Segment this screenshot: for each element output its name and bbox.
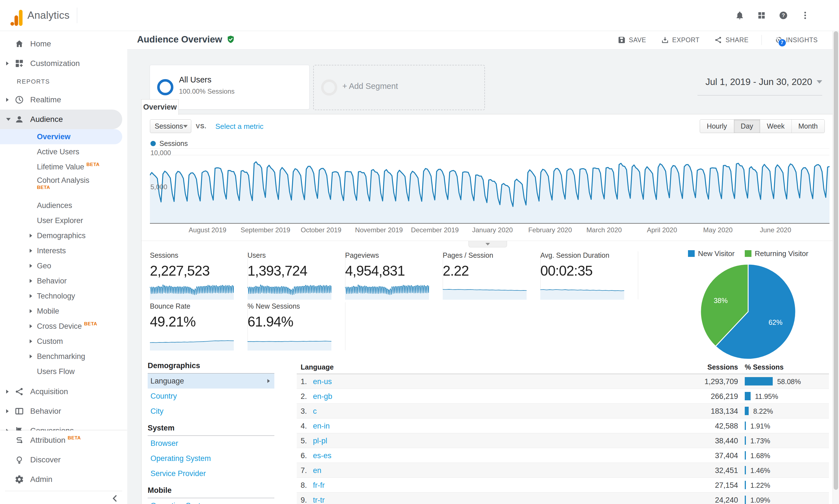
ytick-label: 10,000 [150, 149, 171, 157]
sidebar-item-admin[interactable]: Admin [0, 470, 127, 489]
dimension-demographics-language[interactable]: Language [148, 374, 274, 389]
dimension-label: Operating System [150, 454, 211, 463]
sidebar-item-realtime[interactable]: Realtime [0, 90, 127, 110]
dimension-demographics-country[interactable]: Country [148, 389, 274, 404]
granularity-week[interactable]: Week [760, 120, 791, 133]
vs-label: VS. [196, 123, 207, 130]
scorecard-bounce-rate[interactable]: Bounce Rate49.21% [150, 302, 248, 350]
language-link[interactable]: tr-tr [313, 496, 325, 504]
sidebar-item-acquisition[interactable]: Acquisition [0, 382, 127, 401]
metric-select-dropdown[interactable]: Sessions [150, 119, 191, 133]
column-header-language[interactable]: Language [301, 363, 334, 371]
sidebar-item-mobile[interactable]: Mobile [0, 304, 127, 319]
more-vert-icon[interactable] [800, 11, 810, 20]
sidebar-item-active-users[interactable]: Active Users [0, 144, 127, 159]
table-row: 4.en-in42,5881.91% [297, 418, 829, 433]
scorecard-new-sessions[interactable]: % New Sessions61.94% [248, 302, 345, 350]
tab-overview[interactable]: Overview [141, 99, 179, 115]
scorecard-users[interactable]: Users1,393,724 [248, 251, 345, 300]
sessions-legend-dot [150, 141, 156, 146]
beta-badge: BETA [68, 435, 81, 440]
language-link[interactable]: en-us [313, 377, 332, 386]
sidebar-item-cross-device[interactable]: Cross DeviceBETA [0, 319, 127, 334]
sessions-value: 27,154 [715, 481, 738, 490]
language-link[interactable]: en-gb [313, 392, 332, 401]
pct-value: 58.08% [777, 378, 801, 386]
language-link[interactable]: c [313, 407, 317, 416]
scorecard-value: 2.22 [443, 263, 540, 279]
sessions-line-chart[interactable]: August 2019September 2019October 2019Nov… [150, 147, 829, 240]
apps-grid-icon[interactable] [757, 11, 766, 20]
sidebar-item-users-flow[interactable]: Users Flow [0, 364, 127, 379]
sidebar-item-overview[interactable]: Overview [0, 129, 122, 144]
scorecard-avg-session-duration[interactable]: Avg. Session Duration00:02:35 [540, 251, 638, 300]
dimension-system-operating-system[interactable]: Operating System [148, 451, 274, 466]
visitor-pie-chart[interactable]: 62%38% [700, 264, 796, 360]
sidebar-item-lifetime-value[interactable]: Lifetime ValueBETA [0, 159, 127, 175]
notifications-icon[interactable] [735, 11, 745, 20]
sidebar-nav: HomeCustomizationREPORTSRealtimeAudience… [0, 31, 127, 440]
scrollbar-thumb[interactable] [834, 31, 838, 490]
sidebar-item-customization[interactable]: Customization [0, 54, 127, 73]
logo-group[interactable]: Analytics [0, 7, 77, 23]
sidebar-item-behavior[interactable]: Behavior [0, 401, 127, 421]
sidebar-item-benchmarking[interactable]: Benchmarking [0, 349, 127, 364]
scorecard-value: 00:02:35 [540, 263, 638, 279]
sidebar-item-audiences[interactable]: Audiences [0, 198, 127, 213]
add-segment-button[interactable]: + Add Segment [313, 65, 485, 110]
scorecard-pages-session[interactable]: Pages / Session2.22 [443, 251, 541, 300]
dimension-system-service-provider[interactable]: Service Provider [148, 466, 274, 481]
language-link[interactable]: en [313, 466, 321, 475]
sidebar-item-attribution[interactable]: AttributionBETA [0, 431, 127, 450]
dimension-system-browser[interactable]: Browser [148, 436, 274, 451]
report-actions: SAVEEXPORTSHARE7INSIGHTS [616, 31, 820, 49]
beta-badge: BETA [84, 321, 97, 326]
save-button[interactable]: SAVE [616, 36, 648, 44]
sidebar-item-technology[interactable]: Technology [0, 288, 127, 304]
segments-bar: All Users 100.00% Sessions + Add Segment… [127, 49, 839, 114]
scorecard-label: Pageviews [345, 251, 443, 259]
scorecard-sessions[interactable]: Sessions2,227,523 [150, 251, 248, 300]
sidebar-item-audience[interactable]: Audience [0, 110, 122, 129]
column-header-pct-sessions[interactable]: % Sessions [745, 363, 784, 371]
sidebar-item-user-explorer[interactable]: User Explorer [0, 213, 127, 228]
language-link[interactable]: fr-fr [313, 481, 325, 490]
insights-button[interactable]: 7INSIGHTS [773, 36, 819, 44]
column-header-sessions[interactable]: Sessions [707, 363, 738, 371]
scorecard-pageviews[interactable]: Pageviews4,954,831 [345, 251, 443, 300]
dimension-demographics-city[interactable]: City [148, 404, 274, 419]
sidebar-item-interests[interactable]: Interests [0, 243, 127, 258]
pie-legend-returning-visitor: Returning Visitor [745, 249, 808, 258]
chevron-right-icon [30, 264, 32, 268]
language-link[interactable]: pl-pl [313, 437, 327, 445]
language-link[interactable]: en-in [313, 422, 330, 431]
export-button[interactable]: EXPORT [659, 36, 701, 44]
date-range-picker[interactable]: Jul 1, 2019 - Jun 30, 2020 [705, 77, 822, 87]
granularity-hourly[interactable]: Hourly [700, 120, 734, 133]
share-button[interactable]: SHARE [712, 36, 750, 44]
collapse-sidebar-button[interactable] [110, 493, 120, 503]
sidebar-item-home[interactable]: Home [0, 34, 127, 54]
language-link[interactable]: es-es [313, 451, 332, 460]
pct-value: 1.68% [750, 452, 770, 460]
chart-collapse-handle[interactable] [468, 241, 507, 247]
pct-bar [745, 407, 749, 415]
vertical-scrollbar[interactable] [833, 31, 839, 504]
dimension-list: DemographicsLanguageCountryCitySystemBro… [148, 361, 274, 504]
sidebar-item-label: Benchmarking [37, 352, 85, 361]
help-icon[interactable]: ? [779, 11, 788, 20]
sidebar-item-cohort-analysis[interactable]: Cohort AnalysisBETA [0, 175, 127, 198]
sidebar-item-discover[interactable]: Discover [0, 450, 127, 470]
scorecard-value: 2,227,523 [150, 263, 248, 279]
dimension-mobile-operating-system[interactable]: Operating System [148, 498, 274, 504]
select-a-metric-link[interactable]: Select a metric [214, 122, 265, 131]
sidebar-item-demographics[interactable]: Demographics [0, 228, 127, 243]
sidebar-item-behavior[interactable]: Behavior [0, 273, 127, 288]
sidebar-item-label: Cohort AnalysisBETA [37, 176, 89, 191]
granularity-month[interactable]: Month [791, 120, 824, 133]
sidebar-item-label: Demographics [37, 232, 86, 240]
sidebar-item-label: Active Users [37, 148, 79, 156]
sidebar-item-custom[interactable]: Custom [0, 334, 127, 349]
sidebar-item-geo[interactable]: Geo [0, 258, 127, 273]
granularity-day[interactable]: Day [734, 120, 760, 133]
